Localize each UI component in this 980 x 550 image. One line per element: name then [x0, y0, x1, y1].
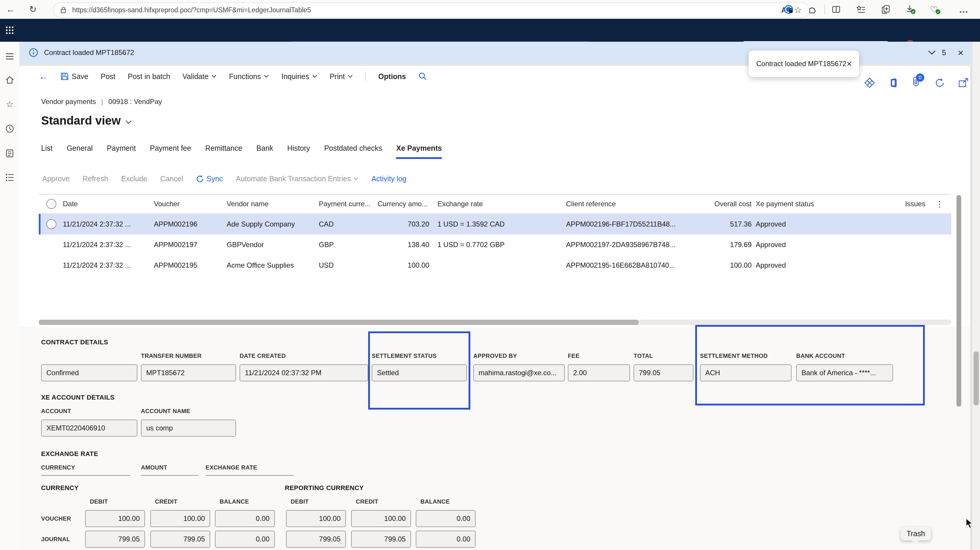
- tab-payment[interactable]: Payment: [107, 144, 136, 159]
- address-bar[interactable]: https://d365finops-sand.hifxpreprod.poc/…: [53, 2, 809, 18]
- col-overall-cost[interactable]: Overall cost: [707, 200, 752, 208]
- approve-button[interactable]: Approve: [42, 175, 70, 183]
- grid-horizontal-scrollbar-track[interactable]: [639, 320, 951, 325]
- account-name-label: ACCOUNT NAME: [141, 408, 190, 414]
- app-header: Finance and Operations Search for a page…: [0, 19, 980, 42]
- grid-row-1[interactable]: 11/21/2024 2:37:32 ... APPM002196 Ade Su…: [39, 214, 951, 234]
- validate-menu[interactable]: Validate: [183, 72, 217, 81]
- functions-menu[interactable]: Functions: [229, 72, 269, 81]
- journal-balance-field[interactable]: 0.00: [215, 531, 275, 548]
- tab-bank[interactable]: Bank: [256, 144, 273, 159]
- col-voucher[interactable]: Voucher: [154, 200, 227, 208]
- tab-general[interactable]: General: [67, 144, 93, 159]
- refresh-button[interactable]: Refresh: [83, 175, 108, 183]
- account-name-field[interactable]: us comp: [141, 419, 236, 437]
- content-vertical-scrollbar[interactable]: [956, 195, 961, 407]
- journal-reporting-debit-field[interactable]: 799.05: [286, 531, 346, 548]
- inquiries-menu[interactable]: Inquiries: [281, 72, 317, 81]
- favorites-list-icon[interactable]: [853, 0, 869, 19]
- command-search-icon[interactable]: [418, 72, 427, 81]
- browser-back-icon[interactable]: ←: [3, 0, 18, 19]
- select-all-radio[interactable]: [46, 199, 56, 209]
- activity-log-link[interactable]: Activity log: [371, 175, 406, 183]
- transfer-number-field[interactable]: MPT185672: [141, 364, 236, 381]
- favorites-icon[interactable]: ☆: [0, 97, 19, 111]
- tab-history[interactable]: History: [287, 144, 310, 159]
- workspaces-list-icon[interactable]: [0, 171, 19, 185]
- automate-bank-transaction-entries-menu[interactable]: Automate Bank Transaction Entries: [236, 175, 358, 183]
- split-screen-icon[interactable]: [829, 0, 844, 19]
- col-payment-currency[interactable]: Payment curre...: [319, 200, 371, 208]
- total-field[interactable]: 799.05: [633, 364, 694, 381]
- voucher-debit-field[interactable]: 100.00: [85, 510, 145, 527]
- date-created-field[interactable]: 11/21/2024 02:37:32 PM: [240, 364, 368, 381]
- expand-messages-chevron-icon[interactable]: [928, 50, 936, 55]
- col-xe-payment-status[interactable]: Xe payment status: [752, 200, 881, 208]
- voucher-reporting-credit-field[interactable]: 100.00: [351, 510, 411, 527]
- col-date[interactable]: Date: [63, 200, 154, 208]
- browser-reload-icon[interactable]: ↻: [26, 0, 40, 19]
- exchange-rate-label: EXCHANGE RATE: [205, 464, 294, 476]
- notes-icon[interactable]: [0, 146, 19, 160]
- breadcrumb-form-name[interactable]: Vendor payments: [41, 97, 96, 106]
- col-currency-amount[interactable]: Currency amo...: [371, 200, 429, 208]
- window-scrollbar-thumb[interactable]: [974, 351, 979, 405]
- open-in-new-window-icon[interactable]: [958, 78, 969, 88]
- exclude-button[interactable]: Exclude: [121, 175, 147, 183]
- journal-reporting-balance-field[interactable]: 0.00: [416, 531, 476, 548]
- grid-row-3[interactable]: 11/21/2024 2:37:32 ... APPM002195 Acme O…: [39, 255, 951, 276]
- cancel-button[interactable]: Cancel: [160, 175, 183, 183]
- downloads-icon[interactable]: [903, 0, 918, 19]
- grid-horizontal-scrollbar[interactable]: [39, 320, 639, 325]
- hamburger-menu-icon[interactable]: [0, 49, 19, 64]
- browser-more-icon[interactable]: …: [956, 0, 971, 19]
- col-vendor-name[interactable]: Vendor name: [227, 200, 319, 208]
- fee-field[interactable]: 2.00: [568, 364, 630, 381]
- voucher-credit-field[interactable]: 100.00: [150, 510, 210, 527]
- col-exchange-rate[interactable]: Exchange rate: [429, 200, 566, 208]
- save-button[interactable]: Save: [60, 72, 88, 81]
- collections-add-icon[interactable]: [878, 0, 894, 19]
- waffle-menu-icon[interactable]: [5, 26, 14, 37]
- browser-essentials-icon[interactable]: ♡: [928, 0, 943, 19]
- designer-diamond-icon[interactable]: [864, 78, 875, 88]
- col-client-reference[interactable]: Client reference: [566, 200, 707, 208]
- close-message-bar-icon[interactable]: ×: [958, 48, 964, 57]
- tab-xe-payments[interactable]: Xe Payments: [396, 144, 442, 159]
- recent-icon[interactable]: [0, 122, 19, 136]
- post-button[interactable]: Post: [101, 72, 115, 81]
- grid-more-options-icon[interactable]: ⋮: [928, 199, 951, 209]
- home-icon[interactable]: [0, 73, 19, 87]
- post-in-batch-button[interactable]: Post in batch: [128, 72, 170, 81]
- row-select-radio[interactable]: [46, 219, 56, 229]
- contract-status-field[interactable]: Confirmed: [41, 364, 137, 381]
- account-field[interactable]: XEMT0220406910: [41, 419, 137, 437]
- tab-payment-fee[interactable]: Payment fee: [150, 144, 191, 159]
- toast-close-icon[interactable]: ×: [846, 59, 852, 69]
- journal-credit-field[interactable]: 799.05: [150, 531, 210, 548]
- cell-payment-currency: CAD: [319, 220, 371, 228]
- tab-postdated-checks[interactable]: Postdated checks: [324, 144, 382, 159]
- journal-reporting-credit-field[interactable]: 799.05: [351, 531, 411, 548]
- col-issues[interactable]: Issues: [881, 200, 928, 208]
- attachments-button[interactable]: 0: [912, 77, 921, 89]
- voucher-balance-field[interactable]: 0.00: [215, 510, 275, 527]
- sync-button[interactable]: Sync: [196, 175, 223, 183]
- office-icon[interactable]: [888, 78, 898, 88]
- tab-list[interactable]: List: [41, 144, 52, 159]
- voucher-reporting-debit-field[interactable]: 100.00: [286, 510, 346, 527]
- options-menu[interactable]: Options: [378, 72, 406, 81]
- cell-overall-cost: 517.36: [707, 220, 752, 228]
- window-scrollbar-track[interactable]: [972, 42, 980, 550]
- tab-remittance[interactable]: Remittance: [205, 144, 242, 159]
- grid-row-2[interactable]: 11/21/2024 2:37:32 ... APPM002197 GBPVen…: [39, 234, 951, 255]
- view-chevron-icon[interactable]: [126, 120, 132, 124]
- journal-debit-field[interactable]: 799.05: [85, 531, 145, 548]
- approved-by-field[interactable]: mahima.rastogi@xe.co...: [473, 364, 565, 381]
- voucher-reporting-balance-field[interactable]: 0.00: [416, 510, 476, 527]
- print-menu[interactable]: Print: [330, 72, 353, 81]
- extensions-puzzle-icon[interactable]: [805, 0, 820, 19]
- refresh-icon[interactable]: [935, 78, 945, 88]
- password-manager-icon[interactable]: [781, 0, 796, 19]
- back-button[interactable]: ←: [39, 71, 48, 82]
